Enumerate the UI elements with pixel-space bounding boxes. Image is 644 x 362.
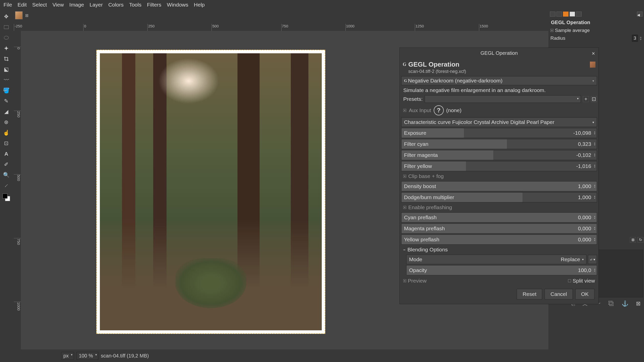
operation-description: Simulate a negative film enlargement in … xyxy=(401,86,597,94)
rect-select-tool[interactable] xyxy=(3,24,10,31)
text-tool[interactable]: A xyxy=(3,150,10,157)
preset-add-icon[interactable]: + xyxy=(583,96,589,102)
exposure-slider[interactable]: Exposure -10,098 ▲▼ xyxy=(401,128,597,138)
enable-preflashing-label: Enable preflashing xyxy=(408,204,452,210)
menu-file[interactable]: File xyxy=(1,1,15,9)
clip-base-fog-checkbox[interactable]: × xyxy=(403,175,406,178)
aux-input-checkbox[interactable]: × xyxy=(403,109,406,112)
dock-tab-icon[interactable] xyxy=(576,12,582,17)
ruler-tick: 0 xyxy=(14,47,21,49)
radius-label: Radius xyxy=(550,35,630,41)
menu-edit[interactable]: Edit xyxy=(15,1,29,9)
dialog-title: GEGL Operation × xyxy=(400,48,598,59)
menu-filters[interactable]: Filters xyxy=(144,1,164,9)
menu-view[interactable]: View xyxy=(50,1,66,9)
image-tab-thumb[interactable] xyxy=(15,11,23,19)
preset-manage-icon[interactable]: ⊡ xyxy=(591,96,597,102)
move-tool[interactable]: ✥ xyxy=(3,13,10,20)
eraser-tool[interactable]: ◢ xyxy=(3,108,10,115)
clip-base-fog-label: Clip base + fog xyxy=(408,173,444,179)
cancel-button[interactable]: Cancel xyxy=(545,289,573,299)
fg-bg-colors[interactable] xyxy=(3,194,10,201)
dock-tab-icon[interactable] xyxy=(550,12,555,17)
ruler-tick: 500 xyxy=(14,174,21,181)
filter-magenta-slider[interactable]: Filter magenta -0,102 ▲▼ xyxy=(401,150,597,160)
ruler-horizontal[interactable]: -250 0 250 500 750 1000 1250 1500 xyxy=(14,24,548,31)
panel-refresh-icon[interactable]: ↻ xyxy=(637,237,643,243)
characteristic-curve-select[interactable]: Characteristic curve Fujicolor Crystal A… xyxy=(401,117,597,127)
menu-select[interactable]: Select xyxy=(30,1,49,9)
dialog-heading: GEGL Operation xyxy=(408,61,588,68)
preview-checkbox[interactable]: × xyxy=(403,279,406,282)
right-panel-title: GEGL Operation xyxy=(548,18,644,27)
pencil-tool[interactable]: ✎ xyxy=(3,98,10,105)
ruler-tick: 1500 xyxy=(479,24,488,31)
free-select-tool[interactable] xyxy=(3,34,10,41)
ruler-vertical[interactable]: 0 250 500 750 1000 xyxy=(14,31,21,349)
blending-options-toggle[interactable]: − Blending Options xyxy=(401,246,597,254)
ruler-tick: 1250 xyxy=(415,24,424,31)
magenta-preflash-slider[interactable]: Magenta preflash 0,000 ▲▼ xyxy=(401,223,597,234)
dialog-subtitle: scan-04.tiff-2 (forest-neg.xcf) xyxy=(400,68,598,76)
menu-layer[interactable]: Layer xyxy=(87,1,105,9)
menu-colors[interactable]: Colors xyxy=(106,1,126,9)
enable-preflashing-checkbox[interactable]: × xyxy=(403,206,406,209)
clone-tool[interactable]: ⊛ xyxy=(3,119,10,126)
dock-tab-icon[interactable] xyxy=(563,12,569,17)
zoom-select[interactable]: 100 % xyxy=(76,352,98,360)
menu-windows[interactable]: Windows xyxy=(164,1,191,9)
menu-tools[interactable]: Tools xyxy=(127,1,144,9)
transform-tool[interactable]: ⬕ xyxy=(3,66,10,73)
density-boost-slider[interactable]: Density boost 1,000 ▲▼ xyxy=(401,181,597,191)
reset-button[interactable]: Reset xyxy=(517,289,542,299)
warp-tool[interactable]: 〰 xyxy=(3,76,10,83)
gegl-icon: G xyxy=(403,62,406,67)
gegl-dialog: GEGL Operation × G GEGL Operation scan-0… xyxy=(399,48,599,304)
blend-mode-select[interactable]: Mode Replace ▾ xyxy=(406,255,586,264)
dock-tab-icon[interactable] xyxy=(570,12,575,17)
unit-select[interactable]: px xyxy=(61,352,74,360)
bucket-tool[interactable]: 🪣 xyxy=(3,87,10,94)
sample-average-label: Sample average xyxy=(555,28,642,33)
sample-average-checkbox[interactable]: × xyxy=(550,29,553,32)
aux-input-value: (none) xyxy=(446,107,462,113)
blend-mode-switch-icon[interactable]: ⤾ ▾ xyxy=(588,255,597,264)
image-tabbar: ⊠ xyxy=(13,10,28,21)
delete-layer-icon[interactable]: ⊠ xyxy=(636,300,640,308)
path-tool[interactable]: ⊡ xyxy=(3,140,10,147)
radius-value[interactable]: 3 xyxy=(632,35,638,42)
duplicate-layer-icon[interactable]: ⿻ xyxy=(609,300,614,308)
panel-close-icon[interactable]: ⊠ xyxy=(630,237,636,243)
color-picker-tool[interactable]: ✐ xyxy=(3,161,10,168)
anchor-layer-icon[interactable]: ⚓ xyxy=(622,300,628,308)
presets-label: Presets: xyxy=(403,96,423,102)
cyan-preflash-slider[interactable]: Cyan preflash 0,000 ▲▼ xyxy=(401,212,597,222)
dialog-close-icon[interactable]: × xyxy=(592,50,595,57)
fuzzy-select-tool[interactable] xyxy=(3,45,10,52)
dock-menu-icon[interactable]: ◂ xyxy=(637,12,642,17)
menu-help[interactable]: Help xyxy=(191,1,207,9)
dock-tab-icon[interactable] xyxy=(556,12,562,17)
filter-yellow-slider[interactable]: Filter yellow -1,016 ▲▼ xyxy=(401,161,597,171)
yellow-preflash-slider[interactable]: Yellow preflash 0,000 ▲▼ xyxy=(401,235,597,245)
ok-button[interactable]: OK xyxy=(575,289,594,299)
aux-help-icon[interactable]: ? xyxy=(434,105,444,115)
aux-input-label: Aux Input xyxy=(409,107,431,113)
dodge-burn-slider[interactable]: Dodge/burn multiplier 1,000 ▲▼ xyxy=(401,192,597,202)
dialog-thumb xyxy=(590,62,595,68)
ruler-tick: 1000 xyxy=(345,24,354,31)
presets-select[interactable] xyxy=(425,95,581,103)
image-tab-close-icon[interactable]: ⊠ xyxy=(25,13,28,18)
split-view-checkbox[interactable] xyxy=(568,279,571,282)
ruler-tick: 250 xyxy=(147,24,154,31)
operation-select[interactable]: G Negative Darkroom (negative-darkroom) … xyxy=(401,76,597,85)
filter-cyan-slider[interactable]: Filter cyan 0,323 ▲▼ xyxy=(401,139,597,149)
opacity-slider[interactable]: Opacity 100,0 ▲▼ xyxy=(406,265,597,275)
ruler-tick: 1000 xyxy=(14,302,21,310)
status-bar: px 100 % scan-04.tiff (19,2 MB) xyxy=(21,349,548,362)
smudge-tool[interactable]: ☝ xyxy=(3,129,10,136)
menu-image[interactable]: Image xyxy=(67,1,87,9)
crop-tool[interactable] xyxy=(3,55,10,62)
measure-tool[interactable]: ⟋ xyxy=(3,182,10,189)
zoom-tool[interactable]: 🔍 xyxy=(3,171,10,178)
